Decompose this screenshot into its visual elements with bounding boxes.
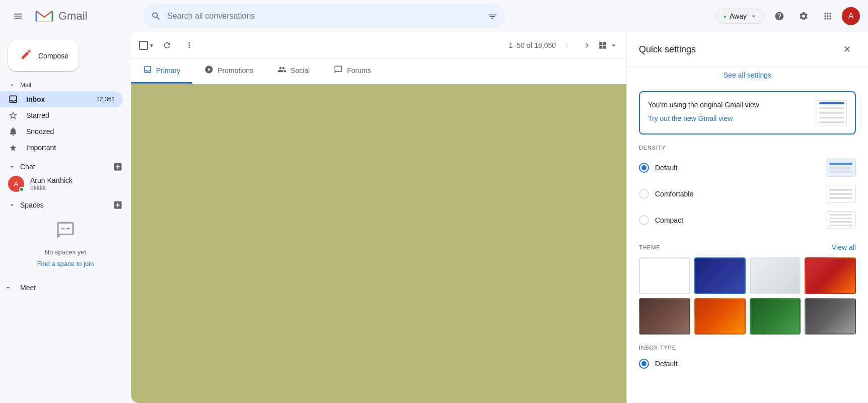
theme-view-all-link[interactable]: View all bbox=[832, 243, 856, 251]
density-compact-radio[interactable] bbox=[639, 215, 649, 225]
density-default-radio[interactable] bbox=[639, 163, 649, 173]
settings-button[interactable] bbox=[793, 6, 814, 26]
important-label: Important bbox=[26, 144, 56, 152]
view-switch bbox=[598, 41, 618, 50]
try-new-gmail-link[interactable]: Try out the new Gmail view bbox=[648, 114, 811, 122]
theme-green[interactable] bbox=[750, 298, 801, 335]
grid-view-icon[interactable] bbox=[598, 41, 607, 50]
starred-icon bbox=[8, 110, 18, 120]
topbar-right: ● Away A bbox=[716, 6, 860, 26]
density-compact-preview bbox=[826, 211, 856, 229]
see-all-settings-link[interactable]: See all settings bbox=[627, 67, 868, 83]
inbox-label: Inbox bbox=[26, 95, 45, 103]
density-comfortable-radio[interactable] bbox=[639, 189, 649, 199]
density-comfortable-option[interactable]: Comfortable bbox=[639, 181, 856, 207]
compose-label: Compose bbox=[38, 52, 68, 60]
theme-chess[interactable] bbox=[639, 298, 690, 335]
density-default-label: Default bbox=[655, 164, 820, 172]
online-indicator bbox=[19, 187, 24, 192]
spaces-empty: No spaces yet Find a space to join bbox=[0, 212, 131, 276]
mail-section-label[interactable]: Mail bbox=[0, 79, 123, 91]
theme-dark[interactable] bbox=[694, 257, 746, 294]
spaces-section-header[interactable]: Spaces bbox=[0, 198, 131, 212]
meet-section-header[interactable]: Meet bbox=[0, 280, 123, 296]
inbox-default-option[interactable]: Default bbox=[639, 355, 856, 373]
select-all-checkbox[interactable] bbox=[139, 41, 148, 50]
inbox-type-title: INBOX TYPE bbox=[639, 345, 856, 351]
sidebar-item-starred[interactable]: Starred bbox=[0, 107, 123, 123]
quick-settings-header: Quick settings ✕ bbox=[627, 32, 868, 67]
inbox-badge: 12,361 bbox=[96, 96, 115, 103]
select-dropdown-icon[interactable]: ▼ bbox=[149, 43, 154, 48]
density-default-preview bbox=[826, 159, 856, 177]
tab-primary[interactable]: Primary bbox=[131, 59, 192, 84]
help-button[interactable] bbox=[769, 6, 789, 26]
theme-fire[interactable] bbox=[694, 298, 746, 335]
tab-promotions[interactable]: Promotions bbox=[192, 59, 265, 84]
find-space-link[interactable]: Find a space to join bbox=[37, 260, 94, 267]
pagination-text: 1–50 of 18,050 bbox=[509, 41, 556, 49]
more-options-button[interactable] bbox=[180, 36, 198, 54]
preview-line-4 bbox=[819, 117, 844, 119]
view-dropdown-icon[interactable] bbox=[609, 41, 618, 50]
inbox-tabs: Primary Promotions Social bbox=[131, 59, 626, 84]
content-and-settings: ▼ 1–50 of 18,050 bbox=[131, 32, 868, 403]
snoozed-label: Snoozed bbox=[26, 127, 54, 136]
preview-line-3 bbox=[819, 112, 844, 114]
quick-settings-panel: Quick settings ✕ See all settings You're… bbox=[626, 32, 868, 403]
compose-button[interactable]: Compose bbox=[8, 40, 79, 71]
sidebar-item-important[interactable]: Important bbox=[0, 140, 123, 156]
email-list bbox=[131, 84, 626, 403]
prev-page-button[interactable] bbox=[558, 36, 576, 54]
chat-label: Chat bbox=[20, 163, 35, 171]
tab-social-label: Social bbox=[291, 66, 310, 75]
chat-user-info: Arun Karthick okkkk bbox=[30, 176, 73, 191]
gmail-view-title: You're using the original Gmail view bbox=[648, 100, 811, 110]
chat-add-icon[interactable] bbox=[113, 162, 123, 172]
chat-section-header[interactable]: Chat bbox=[0, 160, 131, 174]
quick-settings-body: You're using the original Gmail view Try… bbox=[627, 83, 868, 381]
spaces-empty-icon bbox=[55, 220, 76, 244]
next-page-button[interactable] bbox=[578, 36, 596, 54]
compose-pencil-icon bbox=[20, 48, 32, 63]
chat-user-item[interactable]: A Arun Karthick okkkk bbox=[0, 174, 123, 194]
social-tab-icon bbox=[277, 65, 286, 76]
search-input[interactable] bbox=[167, 12, 481, 21]
density-default-option[interactable]: Default bbox=[639, 155, 856, 181]
theme-grey[interactable] bbox=[805, 298, 856, 335]
topbar: Gmail ● Away A bbox=[0, 0, 868, 32]
theme-light[interactable] bbox=[750, 257, 801, 294]
toolbar: ▼ 1–50 of 18,050 bbox=[131, 32, 626, 59]
density-compact-option[interactable]: Compact bbox=[639, 207, 856, 233]
spaces-section: Spaces No spaces yet Find a space to joi… bbox=[0, 198, 131, 276]
quick-settings-title: Quick settings bbox=[639, 44, 696, 55]
inbox-default-radio[interactable] bbox=[639, 359, 649, 369]
theme-sunset[interactable] bbox=[805, 257, 856, 294]
apps-button[interactable] bbox=[818, 6, 838, 26]
refresh-button[interactable] bbox=[158, 36, 176, 54]
hamburger-menu-button[interactable] bbox=[8, 6, 28, 26]
sidebar-item-inbox[interactable]: Inbox 12,361 bbox=[0, 91, 123, 107]
forums-tab-icon bbox=[334, 65, 343, 76]
content-area: ▼ 1–50 of 18,050 bbox=[131, 32, 626, 403]
promotions-tab-icon bbox=[204, 65, 213, 76]
gmail-logo: Gmail bbox=[34, 9, 87, 23]
theme-gmail[interactable] bbox=[639, 257, 690, 294]
away-label: Away bbox=[730, 12, 747, 20]
search-filter-icon[interactable] bbox=[487, 11, 497, 21]
sidebar-item-snoozed[interactable]: Snoozed bbox=[0, 123, 123, 140]
spaces-add-icon[interactable] bbox=[113, 200, 123, 210]
quick-settings-close-button[interactable]: ✕ bbox=[838, 40, 856, 58]
user-avatar[interactable]: A bbox=[842, 7, 860, 25]
tab-primary-label: Primary bbox=[156, 66, 180, 75]
spaces-empty-msg: No spaces yet bbox=[45, 248, 86, 256]
theme-grid bbox=[639, 257, 856, 334]
main-layout: Compose Mail Inbox 12,361 Starred Snooze bbox=[0, 32, 868, 403]
spaces-label: Spaces bbox=[20, 201, 44, 209]
gmail-view-text: You're using the original Gmail view Try… bbox=[648, 100, 811, 122]
away-status-button[interactable]: ● Away bbox=[716, 9, 765, 24]
tab-social[interactable]: Social bbox=[265, 59, 322, 84]
sidebar: Compose Mail Inbox 12,361 Starred Snooze bbox=[0, 32, 131, 403]
tab-forums[interactable]: Forums bbox=[322, 59, 383, 84]
svg-rect-2 bbox=[61, 228, 65, 229]
